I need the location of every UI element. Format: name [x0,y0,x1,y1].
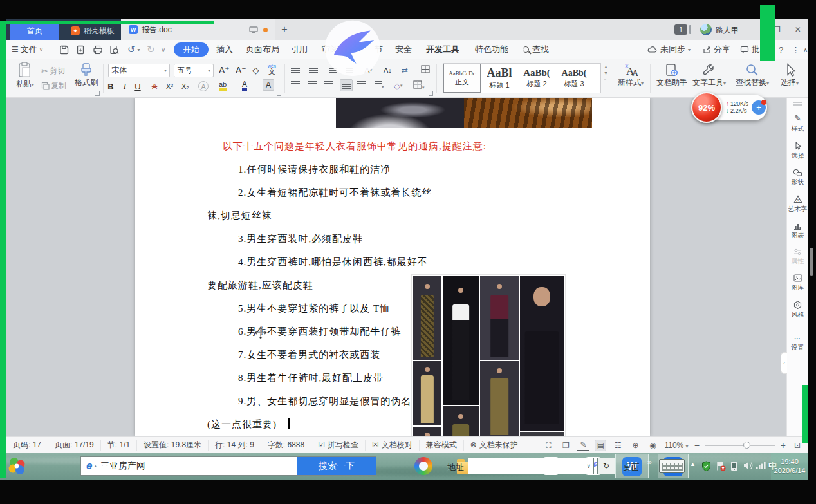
memory-percent-ball[interactable]: 92% [691,92,722,123]
spell-check-button[interactable]: ☑拼写检查 [311,440,365,451]
styles-more[interactable]: ≡ [604,77,608,82]
char-border-button[interactable]: A [198,81,209,91]
highlight-button[interactable]: ab [219,80,227,91]
show-marks-button[interactable]: ⇄ [402,64,408,77]
align-right-button[interactable] [324,81,333,90]
find-replace-button[interactable]: 查找替换▾ [734,63,771,88]
tray-expand-button[interactable]: ▲ [690,461,696,467]
italic-button[interactable]: I [120,80,130,93]
accelerator-widget[interactable]: 92% ↑ 120K/s ↓ 2.2K/s + [694,95,767,120]
search-engine-text[interactable]: 三亚房产网 [100,460,145,472]
more-menu-button[interactable]: ⋮ [792,40,800,59]
grow-font-button[interactable]: A⁺ [219,64,230,77]
compat-mode[interactable]: 兼容模式 [419,440,463,451]
fullscreen-button[interactable]: ⛶ [542,440,554,451]
menu-tab-security[interactable]: 安全 [395,40,412,59]
menu-tab-layout[interactable]: 页面布局 [246,40,279,59]
superscript-button[interactable]: X² [166,80,173,93]
menu-tab-start[interactable]: 开始 [174,42,209,57]
shrink-font-button[interactable]: A⁻ [236,64,246,77]
text-tool-button[interactable]: 文字工具▾ [691,63,727,88]
fashion-collage-image[interactable] [412,275,565,436]
sidebar-drag-handle[interactable] [793,102,802,106]
ink-button[interactable]: ✎ [577,440,589,451]
shading-button[interactable]: ◇▾ [394,79,403,92]
address-input[interactable]: ∨ [468,458,594,474]
bullets-button[interactable] [291,66,300,75]
sidebar-item-select[interactable]: 选择 [792,142,804,160]
start-button[interactable] [6,456,27,476]
desktop-toolbar-label[interactable]: 桌面 [623,462,640,473]
status-wordcount[interactable]: 字数: 6888 [261,440,311,451]
menu-tab-features[interactable]: 特色功能 [475,40,508,59]
tab-docer[interactable]: ✦ 稻壳模板 [63,22,122,40]
collapse-ribbon-button[interactable]: ∧ [803,40,808,59]
style-heading3[interactable]: AaBb( 标题 3 [555,64,593,93]
qat-collapse-button[interactable]: ∨ [161,40,165,59]
line-spacing-button[interactable]: ▾ [375,81,384,90]
zoom-slider-thumb[interactable] [743,442,750,449]
style-heading1[interactable]: AaBl 标题 1 [481,64,518,93]
menu-tab-devtools[interactable]: 开发工具 [426,40,459,59]
search-go-button[interactable]: 搜索一下 [297,457,376,475]
distribute-button[interactable] [357,81,366,90]
tab-home[interactable]: 首页 [10,22,59,40]
zoom-value[interactable]: 110% ▾ [664,441,688,450]
styles-scroll-down[interactable]: ▼ [604,71,608,75]
format-painter-button[interactable]: 格式刷 [72,62,100,88]
user-name[interactable]: 路人甲 [716,25,739,36]
borders-button[interactable]: ▾ [413,80,425,91]
close-button[interactable]: ✕ [795,25,801,34]
book-view-button[interactable]: ❐ [560,440,571,451]
address-refresh-button[interactable]: ↻ [597,458,615,474]
sync-status[interactable]: 未同步 ▾ [647,40,691,59]
print-button[interactable] [93,40,103,59]
numbering-button[interactable] [309,66,318,75]
print-preview-button[interactable] [109,40,119,59]
styles-scroll-up[interactable]: ▲ [604,64,608,69]
sidebar-item-shapes[interactable]: 形状 [792,169,804,187]
tray-network-icon[interactable] [756,461,766,472]
protect-status[interactable]: ⊗文档未保护 [463,440,524,451]
sidebar-collapse-tab[interactable]: ‹ [781,352,787,374]
sidebar-item-style[interactable]: ✎ 样式 [792,113,804,133]
share-button[interactable]: 分享 [703,40,730,59]
style-heading2[interactable]: AaBb( 标题 2 [518,64,555,93]
window-count-badge[interactable]: 1 [674,24,687,35]
undo-button[interactable]: ↺ ▾ [127,40,140,59]
sidebar-item-wordart[interactable]: A 艺术字 [788,195,808,214]
page-view-button[interactable]: ▤ [595,440,606,451]
find-menu[interactable]: 查找 [523,40,549,59]
touch-keyboard-button[interactable] [659,459,685,473]
phonetic-guide-button[interactable]: wén 文 [268,62,276,75]
subscript-button[interactable]: X₂ [181,80,189,93]
sidebar-item-chart[interactable]: 图表 [792,222,804,240]
redo-button[interactable]: ↻ [147,40,155,59]
tray-flag-icon[interactable] [716,461,726,473]
zoom-slider[interactable] [705,445,775,446]
sidebar-item-theme[interactable]: 风格 [792,301,804,319]
align-left-button[interactable] [291,81,300,90]
cut-button[interactable]: ✂ 剪切 [41,66,65,77]
outline-view-button[interactable]: ☷ [612,440,624,451]
copy-button[interactable]: 复制 [41,80,66,91]
tray-shield-icon[interactable] [701,461,711,473]
clock[interactable]: 19:40 2020/6/14 [771,453,808,480]
insert-table-icon-button[interactable] [421,65,430,75]
align-center-button[interactable] [308,81,317,90]
new-tab-button[interactable]: + [277,22,292,37]
sidebar-item-settings[interactable]: ⋯ 设置 [792,335,804,352]
strikethrough-button[interactable]: A [149,80,160,93]
bold-button[interactable]: B [104,80,117,93]
sort-button[interactable]: A↓ [384,64,392,77]
menu-tab-reference[interactable]: 引用 [291,40,308,59]
clear-format-button[interactable]: ◇ [252,64,259,77]
address-dropdown-icon[interactable]: ∨ [586,463,591,469]
doc-assistant-button[interactable]: 文档助手 [655,63,689,88]
toolbar-expand-icon[interactable]: » [647,458,652,467]
document-page[interactable]: 以下十五个问题是年轻人衣着服饰中常见的通病,提醒注意: 1.任何时候请保持衣服和… [135,98,650,436]
minimize-button[interactable]: — [752,25,759,34]
tray-speaker-icon[interactable] [743,461,753,472]
justify-button[interactable] [340,79,353,91]
tray-device-icon[interactable] [730,461,739,473]
